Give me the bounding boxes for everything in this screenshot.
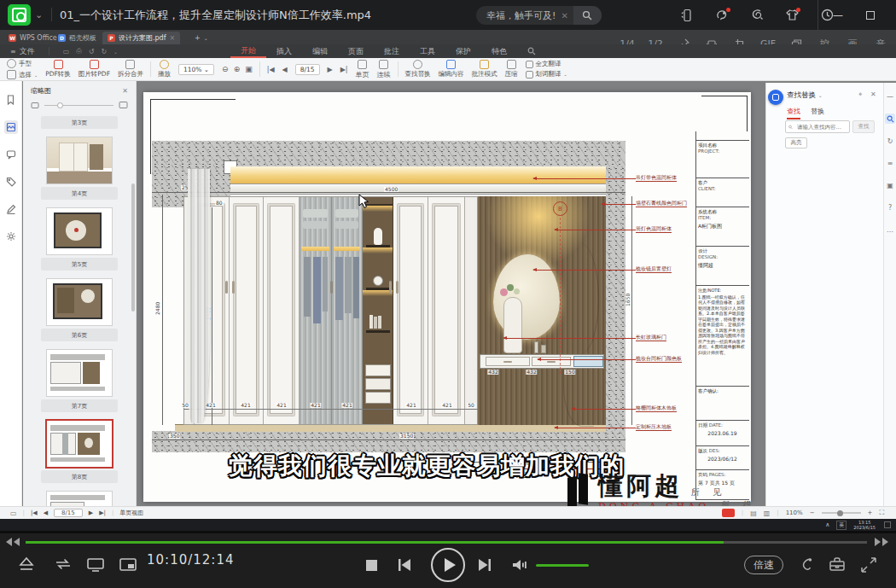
status-prev-page[interactable]: ◀ — [44, 509, 48, 516]
thumbnails-icon[interactable] — [4, 120, 18, 134]
status-share-icon[interactable] — [722, 509, 735, 517]
rewind-button[interactable] — [5, 537, 20, 547]
thumbnail-scrollbar[interactable] — [131, 183, 135, 311]
fullscreen-button[interactable] — [860, 556, 877, 573]
thumb-elevation[interactable] — [47, 350, 112, 396]
grid-icon[interactable]: ▣ — [885, 180, 895, 190]
last-page-button[interactable]: ▶| — [340, 66, 348, 73]
menu-edit[interactable]: 编辑 — [302, 44, 338, 58]
open-file-button[interactable] — [17, 556, 36, 573]
tool-hand[interactable]: 手型 — [7, 59, 38, 68]
fit-screen-icon[interactable]: ⛶ — [879, 509, 884, 517]
menu-special[interactable]: 特色 — [481, 44, 517, 58]
speed-button[interactable]: 倍速 — [744, 556, 783, 574]
tray-clock[interactable]: 13:152023/6/15 — [853, 520, 876, 530]
find-tool-icon[interactable] — [885, 114, 895, 124]
tool-play[interactable]: 播放 — [158, 60, 171, 79]
more-icon[interactable]: … — [885, 224, 895, 235]
tool-image-to-pdf[interactable]: 图片转PDF — [79, 60, 110, 79]
tool-pdf-convert[interactable]: PDF转换 — [45, 60, 71, 79]
help-icon[interactable]: ? — [885, 202, 895, 212]
thumb-plan[interactable] — [47, 208, 112, 254]
tray-caret[interactable]: ∧ — [825, 521, 829, 528]
tool-edit-content[interactable]: 编辑内容 — [439, 60, 464, 79]
find-input[interactable] — [795, 123, 847, 131]
thumb-page6[interactable]: 第6页 — [41, 279, 118, 341]
view-continuous[interactable]: 连续 — [377, 60, 391, 79]
status-last-page[interactable]: ▶| — [99, 509, 106, 516]
video-frame[interactable]: W WPS Office D 稻壳模板 P 设计方案图.pdf × +⌄ 1/4… — [0, 30, 896, 533]
view-single[interactable]: 单页 — [356, 60, 369, 79]
forward-button[interactable] — [874, 537, 889, 547]
find-input-wrap[interactable] — [785, 120, 850, 133]
close-button[interactable]: ✕ — [892, 4, 896, 26]
search-box[interactable]: 幸福，触手可及! ✕ — [476, 6, 602, 25]
file-menu[interactable]: ≡文件 — [0, 44, 45, 58]
first-page-button[interactable]: |◀ — [267, 66, 275, 73]
status-view-mode[interactable]: 单页视图 — [119, 509, 143, 517]
highlight-button[interactable]: 高亮 — [785, 137, 807, 148]
tool-translate-word[interactable]: 划词翻译⌄ — [526, 70, 567, 79]
tray-language[interactable]: 英 — [836, 521, 847, 530]
tool-select[interactable]: 选择⌄ — [7, 70, 38, 79]
find-tab[interactable]: 查找 — [787, 107, 800, 119]
next-page-button[interactable]: ▶ — [328, 66, 333, 73]
wps-pdf-tab[interactable]: P 设计方案图.pdf × — [102, 32, 180, 44]
search-button[interactable] — [573, 6, 602, 25]
tool-find-replace[interactable]: 查找替换 — [405, 60, 431, 79]
status-page-icon[interactable]: ▭ — [10, 509, 17, 517]
menu-insert[interactable]: 插入 — [266, 44, 302, 58]
cast-device-icon[interactable] — [678, 7, 695, 24]
settings-gear-icon[interactable] — [4, 230, 18, 243]
pip-mode-button[interactable] — [118, 556, 138, 573]
menu-search-icon[interactable] — [517, 44, 546, 58]
menu-protect[interactable]: 保护 — [445, 44, 481, 58]
collapse-icon[interactable]: — — [885, 91, 895, 102]
volume-slider[interactable] — [536, 564, 589, 567]
new-tab-button[interactable]: +⌄ — [189, 32, 213, 44]
thumb-page9-partial[interactable] — [47, 492, 112, 506]
search-clear-icon[interactable]: ✕ — [556, 11, 573, 20]
next-button[interactable] — [476, 557, 493, 573]
find-panel-close-icon[interactable]: ✕ — [870, 90, 876, 98]
thumb-page7[interactable]: 第7页 — [41, 350, 118, 412]
wps-docer-tab[interactable]: D 稻壳模板 — [53, 32, 102, 44]
menu-page[interactable]: 页面 — [338, 44, 374, 58]
menu-tools[interactable]: 工具 — [410, 44, 445, 58]
refresh-icon[interactable]: ↻ — [885, 136, 895, 146]
zoom-slider[interactable] — [822, 512, 861, 514]
zoom-select[interactable]: 110% ⌄ — [178, 64, 214, 75]
status-first-page[interactable]: |◀ — [31, 509, 38, 516]
thumb-page4[interactable]: 第4页 — [41, 137, 118, 200]
comment-icon[interactable] — [4, 148, 18, 161]
tool-compress[interactable]: 压缩 — [505, 60, 518, 79]
minimize-button[interactable]: — — [827, 4, 849, 26]
thumb-label-page3[interactable]: 第3页 — [41, 116, 118, 129]
zoom-buttons[interactable]: ⊖⊕▣ — [222, 65, 253, 73]
stop-button[interactable] — [365, 559, 378, 572]
menu-comment[interactable]: 批注 — [374, 44, 410, 58]
mascot-bird-button[interactable] — [798, 556, 815, 573]
menu-home[interactable]: 开始 — [230, 44, 266, 58]
prev-page-button[interactable]: ◀ — [282, 66, 288, 73]
status-next-page[interactable]: ▶ — [89, 509, 93, 516]
assistant-bird-icon[interactable] — [713, 7, 730, 24]
tool-split-merge[interactable]: 拆分合并 — [118, 60, 143, 79]
toolbox-button[interactable] — [828, 556, 847, 573]
thumbnail-size-slider[interactable] — [23, 97, 136, 113]
assistant-bubble-icon[interactable] — [768, 90, 783, 105]
thumb-page5[interactable]: 第5页 — [41, 208, 118, 271]
quick-tools[interactable]: ▭⎙↺↻⌄ — [53, 44, 128, 58]
maximize-button[interactable] — [859, 4, 881, 26]
volume-button[interactable] — [510, 557, 529, 573]
tool-annotate[interactable]: 批注模式 — [472, 60, 497, 79]
app-logo-icon[interactable] — [8, 4, 31, 26]
thumb-photo[interactable] — [47, 137, 112, 183]
thumb-plan2[interactable] — [47, 279, 112, 325]
find-panel-pin-icon[interactable]: ⌖ — [858, 90, 863, 99]
play-button[interactable] — [431, 548, 465, 582]
tray-notification-icon[interactable] — [884, 521, 891, 528]
view-layout-icon[interactable]: ▤ — [750, 509, 757, 517]
progress-track[interactable] — [26, 541, 867, 544]
signature-icon[interactable] — [4, 202, 18, 216]
